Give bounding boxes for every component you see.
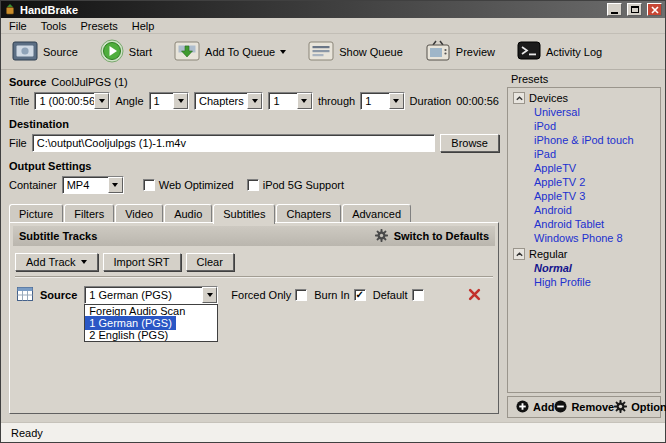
tab-chapters[interactable]: Chapters [276,204,341,222]
default-checkbox[interactable] [412,289,424,301]
app-icon [4,3,16,17]
add-track-button[interactable]: Add Track [15,253,98,271]
preset-item-ipad[interactable]: iPad [510,147,658,161]
add-to-queue-icon [174,41,200,63]
title-select[interactable]: 1 (00:00:56) [34,92,110,110]
preset-group-devices[interactable]: Devices [510,91,658,105]
range-type-select[interactable]: Chapters [194,92,263,110]
preset-item-normal[interactable]: Normal [510,261,658,275]
ipod-5g-checkbox[interactable] [247,179,259,191]
minimize-button[interactable] [607,3,622,16]
tab-video[interactable]: Video [115,204,163,222]
import-srt-button[interactable]: Import SRT [103,253,181,271]
main-area: Source CoolJulPGS (1) Title 1 (00:00:56)… [1,70,665,422]
menu-tools[interactable]: Tools [35,19,73,33]
preset-add-button[interactable]: Add [516,400,554,415]
preset-remove-button[interactable]: Remove [554,400,614,415]
dropdown-arrow-icon [247,93,262,109]
file-label: File [9,137,27,149]
divider [15,276,493,278]
source-file-name: CoolJulPGS (1) [51,76,127,88]
preset-item-appletv[interactable]: AppleTV [510,161,658,175]
source-line: Source CoolJulPGS (1) [9,76,499,88]
maximize-button[interactable] [627,3,642,16]
menu-presets[interactable]: Presets [74,19,123,33]
through-label: through [318,95,355,107]
dropdown-arrow-icon [389,93,404,109]
show-queue-button[interactable]: Show Queue [305,39,406,65]
tab-audio[interactable]: Audio [164,204,212,222]
handbrake-window: HandBrake File Tools Presets Help Source… [0,0,666,443]
dropdown-arrow-icon [202,287,217,303]
preset-item-appletv-2[interactable]: AppleTV 2 [510,175,658,189]
burn-in-label: Burn In [314,289,349,301]
dropdown-arrow-icon [108,177,123,193]
status-text: Ready [11,427,43,439]
angle-select[interactable]: 1 [149,92,190,110]
source-button[interactable]: Source [9,39,81,65]
preset-item-iphone-ipod-touch[interactable]: iPhone & iPod touch [510,133,658,147]
tab-subtitles[interactable]: Subtitles [213,204,275,224]
subtitle-track-row: Source 1 German (PGS) Foreign Audio Scan… [17,286,491,304]
duration-label: Duration [410,95,452,107]
track-source-label: Source [40,289,77,301]
preset-options-button[interactable]: Options [614,400,666,415]
preset-item-universal[interactable]: Universal [510,105,658,119]
add-to-queue-button[interactable]: Add To Queue [171,39,289,65]
duration-value: 00:00:56 [456,95,499,107]
start-button[interactable]: Start [97,37,155,67]
tab-filters[interactable]: Filters [64,204,114,222]
dropdown-arrow-icon [173,93,188,109]
activity-log-button[interactable]: Activity Log [514,39,605,64]
subtitle-tracks-title: Subtitle Tracks [19,230,97,242]
preset-item-android-tablet[interactable]: Android Tablet [510,217,658,231]
clear-button[interactable]: Clear [186,253,234,271]
add-icon [516,400,529,415]
preset-item-ipod[interactable]: iPod [510,119,658,133]
container-select[interactable]: MP4 [62,176,124,194]
output-settings-section-label: Output Settings [9,160,92,172]
default-label: Default [373,289,408,301]
close-button[interactable] [647,3,662,16]
preview-button[interactable]: Preview [422,38,498,66]
presets-header: Presets [511,73,661,85]
destination-file-input[interactable] [32,134,436,152]
dropdown-option[interactable]: 2 English (PGS) [85,328,172,342]
source-icon [12,41,38,63]
file-row: File Browse [9,134,499,152]
grid-icon [17,287,33,303]
tab-picture[interactable]: Picture [9,204,63,222]
range-start-select[interactable]: 1 [268,92,312,110]
start-icon [100,39,124,65]
menubar: File Tools Presets Help [1,18,665,34]
forced-only-checkbox[interactable] [295,289,307,301]
browse-button[interactable]: Browse [440,134,499,152]
subtitle-source-dropdown: Foreign Audio Scan 1 German (PGS) 2 Engl… [84,304,218,342]
container-row: Container MP4 Web Optimized iPod 5G Supp… [9,176,499,194]
presets-tree: Devices Universal iPod iPhone & iPod tou… [507,87,661,393]
range-end-select[interactable]: 1 [360,92,404,110]
forced-only-label: Forced Only [231,289,291,301]
titlebar: HandBrake [1,1,665,18]
activity-log-icon [517,41,541,62]
preset-group-regular[interactable]: Regular [510,247,658,261]
preset-item-high-profile[interactable]: High Profile [510,275,658,289]
burn-in-checkbox[interactable] [354,289,366,301]
preset-item-windows-phone-8[interactable]: Windows Phone 8 [510,231,658,245]
switch-to-defaults-button[interactable]: Switch to Defaults [394,230,489,242]
web-optimized-checkbox[interactable] [143,179,155,191]
subtitle-source-select[interactable]: 1 German (PGS) [84,286,218,304]
delete-track-button[interactable] [468,288,481,303]
toolbar: Source Start Add To Queue Show Queue [1,34,665,70]
menu-help[interactable]: Help [126,19,161,33]
gear-icon [614,400,627,415]
source-section-label: Source [9,76,46,88]
tab-advanced[interactable]: Advanced [342,204,411,222]
expander-icon[interactable] [513,248,525,260]
preset-item-appletv-3[interactable]: AppleTV 3 [510,189,658,203]
add-to-queue-dropdown-icon[interactable] [280,50,286,54]
menu-file[interactable]: File [3,19,33,33]
preset-item-android[interactable]: Android [510,203,658,217]
add-track-dropdown-icon[interactable] [81,260,87,264]
expander-icon[interactable] [513,92,525,104]
